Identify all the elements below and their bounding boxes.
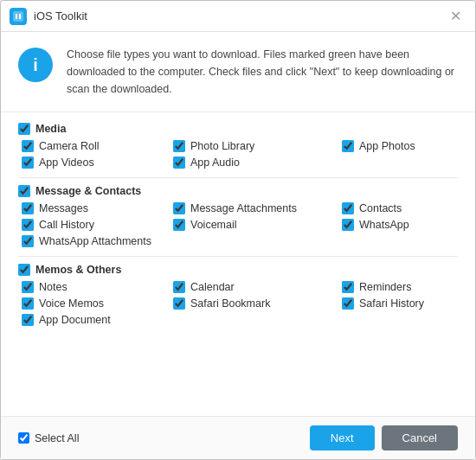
memos-checkbox[interactable] <box>18 264 30 276</box>
divider-2 <box>18 256 458 257</box>
checkbox-voicemail[interactable]: Voicemail <box>173 219 342 231</box>
checkbox-app-videos[interactable]: App Videos <box>22 157 173 169</box>
app-icon <box>10 8 27 25</box>
info-text: Choose file types you want to download. … <box>67 46 458 98</box>
checkbox-app-photos[interactable]: App Photos <box>342 140 475 152</box>
titlebar: iOS Toolkit ✕ <box>1 1 475 32</box>
window-title: iOS Toolkit <box>34 10 445 22</box>
checkbox-whatsapp-attachments[interactable]: WhatsApp Attachments <box>22 235 173 247</box>
app-window: iOS Toolkit ✕ i Choose file types you wa… <box>0 0 476 460</box>
checkbox-whatsapp[interactable]: WhatsApp <box>342 219 475 231</box>
message-section-title: Message & Contacts <box>18 185 458 197</box>
checkbox-app-audio[interactable]: App Audio <box>173 157 342 169</box>
next-button[interactable]: Next <box>310 425 375 450</box>
media-section: Media Camera Roll Photo Library App Phot… <box>18 123 458 169</box>
footer: Select All Next Cancel <box>1 416 475 459</box>
message-checkbox[interactable] <box>18 185 30 197</box>
memos-section: Memos & Others Notes Calendar Reminders <box>18 264 458 326</box>
media-items: Camera Roll Photo Library App Photos App… <box>22 140 458 169</box>
message-items: Messages Message Attachments Contacts Ca… <box>22 202 458 247</box>
checkbox-safari-history[interactable]: Safari History <box>342 297 475 310</box>
close-button[interactable]: ✕ <box>445 6 466 26</box>
svg-rect-0 <box>13 11 23 22</box>
message-contacts-section: Message & Contacts Messages Message Atta… <box>18 185 458 247</box>
checkbox-camera-roll[interactable]: Camera Roll <box>22 140 173 152</box>
info-icon: i <box>18 48 53 82</box>
select-all-checkbox[interactable]: Select All <box>18 432 79 444</box>
checkbox-message-attachments[interactable]: Message Attachments <box>173 202 342 214</box>
memos-title-checkbox[interactable]: Memos & Others <box>18 264 458 276</box>
checkbox-photo-library[interactable]: Photo Library <box>173 140 342 152</box>
select-all-label: Select All <box>35 432 79 444</box>
info-bar: i Choose file types you want to download… <box>1 32 475 112</box>
memos-section-title: Memos & Others <box>18 264 458 276</box>
checkbox-call-history[interactable]: Call History <box>22 219 173 231</box>
checkbox-safari-bookmark[interactable]: Safari Bookmark <box>173 297 342 310</box>
media-checkbox[interactable] <box>18 123 30 135</box>
checkbox-contacts[interactable]: Contacts <box>342 202 475 214</box>
content-area: Media Camera Roll Photo Library App Phot… <box>1 112 475 416</box>
checkbox-messages[interactable]: Messages <box>22 202 173 214</box>
media-title-checkbox[interactable]: Media <box>18 123 458 135</box>
checkbox-notes[interactable]: Notes <box>22 281 173 293</box>
memos-items: Notes Calendar Reminders Voice Memos Saf… <box>22 281 458 326</box>
checkbox-reminders[interactable]: Reminders <box>342 281 475 293</box>
message-title-checkbox[interactable]: Message & Contacts <box>18 185 458 197</box>
media-section-title: Media <box>18 123 458 135</box>
checkbox-app-document[interactable]: App Document <box>22 314 173 326</box>
cancel-button[interactable]: Cancel <box>382 425 458 450</box>
checkbox-voice-memos[interactable]: Voice Memos <box>22 297 173 310</box>
divider-1 <box>18 177 458 178</box>
checkbox-calendar[interactable]: Calendar <box>173 281 342 293</box>
